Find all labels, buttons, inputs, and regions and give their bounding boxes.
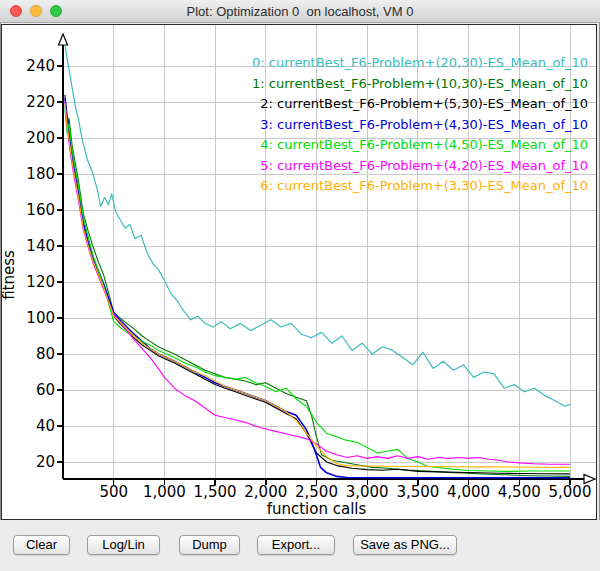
zoom-button[interactable] (50, 5, 62, 17)
legend-item-1: 1: currentBest_F6-Problem+(10,30)-ES_Mea… (252, 76, 588, 91)
plot-window: Plot: Optimization 0 on localhost, VM 0 … (0, 0, 600, 571)
y-tick-label: 160 (26, 201, 55, 219)
legend-item-5: 5: currentBest_F6-Problem+(4,20)-ES_Mean… (260, 158, 588, 173)
window-title: Plot: Optimization 0 on localhost, VM 0 (187, 4, 414, 19)
title-bar: Plot: Optimization 0 on localhost, VM 0 (0, 0, 600, 23)
y-axis-arrow (59, 34, 68, 45)
y-tick-label: 20 (36, 453, 55, 471)
legend-item-4: 4: currentBest_F6-Problem+(4,50)-ES_Mean… (260, 137, 588, 152)
clear-button[interactable]: Clear (13, 535, 70, 555)
minimize-button[interactable] (30, 5, 42, 17)
y-tick-label: 220 (26, 93, 55, 111)
y-tick-label: 60 (36, 381, 55, 399)
save-png-button[interactable]: Save as PNG... (353, 535, 457, 555)
legend-item-3: 3: currentBest_F6-Problem+(4,30)-ES_Mean… (260, 117, 588, 132)
dump-button[interactable]: Dump (179, 535, 240, 555)
legend-item-2: 2: currentBest_F6-Problem+(5,30)-ES_Mean… (260, 96, 588, 111)
export-button[interactable]: Export... (257, 535, 335, 555)
y-axis-title: fitness (2, 250, 18, 300)
y-tick-label: 100 (26, 309, 55, 327)
x-tick-label: 3,500 (396, 483, 439, 501)
x-tick-label: 500 (99, 483, 128, 501)
x-tick-label: 2,500 (295, 483, 338, 501)
y-tick-label: 140 (26, 237, 55, 255)
x-axis-title: function calls (267, 500, 367, 518)
legend-item-6: 6: currentBest_F6-Problem+(3,30)-ES_Mean… (260, 178, 588, 193)
x-tick-label: 4,500 (498, 483, 541, 501)
x-tick-label: 1,000 (143, 483, 186, 501)
y-tick-label: 180 (26, 165, 55, 183)
legend-item-0: 0: currentBest_F6-Problem+(20,30)-ES_Mea… (252, 55, 588, 70)
x-tick-label: 5,000 (549, 483, 592, 501)
plot-panel: 204060801001201401601802002202405001,000… (1, 24, 597, 520)
series-line-3 (65, 98, 570, 477)
fitness-chart: 204060801001201401601802002202405001,000… (2, 25, 596, 519)
y-tick-label: 120 (26, 273, 55, 291)
button-bar: Clear Log/Lin Dump Export... Save as PNG… (0, 520, 600, 571)
loglin-button[interactable]: Log/Lin (87, 535, 160, 555)
close-button[interactable] (10, 5, 22, 17)
y-tick-label: 40 (36, 417, 55, 435)
x-tick-label: 1,500 (194, 483, 237, 501)
x-tick-label: 4,000 (447, 483, 490, 501)
x-tick-label: 3,000 (346, 483, 389, 501)
traffic-lights (10, 5, 62, 17)
y-tick-label: 200 (26, 129, 55, 147)
series-line-5 (65, 102, 570, 464)
y-tick-label: 240 (26, 57, 55, 75)
y-tick-label: 80 (36, 345, 55, 363)
x-tick-label: 2,000 (244, 483, 287, 501)
